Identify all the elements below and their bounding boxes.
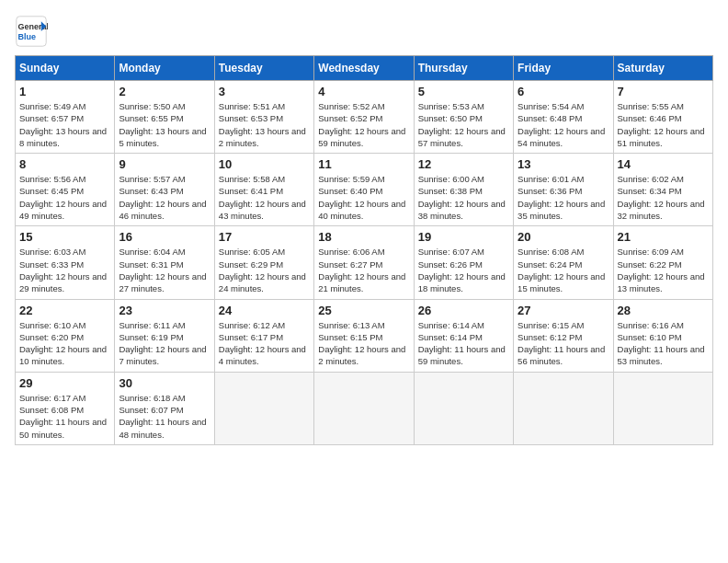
day-number: 26 xyxy=(418,304,509,317)
day-number: 8 xyxy=(19,157,110,171)
calendar-day-cell: 8 Sunrise: 5:56 AM Sunset: 6:45 PM Dayli… xyxy=(16,154,115,226)
calendar-day-cell: 20 Sunrise: 6:08 AM Sunset: 6:24 PM Dayl… xyxy=(514,226,613,299)
day-number: 7 xyxy=(618,85,709,98)
day-info: Sunrise: 6:13 AM Sunset: 6:15 PM Dayligh… xyxy=(318,319,409,368)
day-info: Sunrise: 6:02 AM Sunset: 6:34 PM Dayligh… xyxy=(618,173,709,222)
day-number: 14 xyxy=(618,157,709,171)
calendar-day-cell: 25 Sunrise: 6:13 AM Sunset: 6:15 PM Dayl… xyxy=(314,299,414,372)
calendar-day-cell: 9 Sunrise: 5:57 AM Sunset: 6:43 PM Dayli… xyxy=(115,154,214,226)
day-info: Sunrise: 5:57 AM Sunset: 6:43 PM Dayligh… xyxy=(119,173,210,222)
calendar-day-cell: 29 Sunrise: 6:17 AM Sunset: 6:08 PM Dayl… xyxy=(16,372,115,444)
day-number: 23 xyxy=(119,304,210,317)
day-number: 21 xyxy=(618,230,709,244)
calendar-day-cell xyxy=(314,372,414,444)
weekday-header: Tuesday xyxy=(214,56,313,81)
day-number: 10 xyxy=(219,157,310,171)
day-number: 28 xyxy=(618,304,709,317)
calendar-day-cell: 10 Sunrise: 5:58 AM Sunset: 6:41 PM Dayl… xyxy=(214,154,313,226)
calendar-week-row: 1 Sunrise: 5:49 AM Sunset: 6:57 PM Dayli… xyxy=(16,81,713,154)
day-info: Sunrise: 6:00 AM Sunset: 6:38 PM Dayligh… xyxy=(418,173,509,222)
weekday-header: Wednesday xyxy=(314,56,414,81)
calendar-day-cell: 17 Sunrise: 6:05 AM Sunset: 6:29 PM Dayl… xyxy=(214,226,313,299)
calendar-day-cell: 21 Sunrise: 6:09 AM Sunset: 6:22 PM Dayl… xyxy=(613,226,712,299)
day-number: 13 xyxy=(518,157,609,171)
day-info: Sunrise: 6:10 AM Sunset: 6:20 PM Dayligh… xyxy=(19,319,110,368)
day-number: 9 xyxy=(119,157,210,171)
day-info: Sunrise: 6:12 AM Sunset: 6:17 PM Dayligh… xyxy=(219,319,310,368)
day-number: 29 xyxy=(19,376,110,390)
day-number: 17 xyxy=(219,230,310,244)
day-info: Sunrise: 5:54 AM Sunset: 6:48 PM Dayligh… xyxy=(518,100,609,149)
calendar-day-cell: 16 Sunrise: 6:04 AM Sunset: 6:31 PM Dayl… xyxy=(115,226,214,299)
day-number: 20 xyxy=(518,230,609,244)
weekday-header: Monday xyxy=(115,56,214,81)
day-info: Sunrise: 5:49 AM Sunset: 6:57 PM Dayligh… xyxy=(19,100,110,149)
calendar-day-cell: 2 Sunrise: 5:50 AM Sunset: 6:55 PM Dayli… xyxy=(115,81,214,154)
day-info: Sunrise: 5:53 AM Sunset: 6:50 PM Dayligh… xyxy=(418,100,509,149)
day-info: Sunrise: 6:15 AM Sunset: 6:12 PM Dayligh… xyxy=(518,319,609,368)
calendar-day-cell xyxy=(514,372,613,444)
day-info: Sunrise: 5:50 AM Sunset: 6:55 PM Dayligh… xyxy=(119,100,210,149)
day-info: Sunrise: 6:14 AM Sunset: 6:14 PM Dayligh… xyxy=(418,319,509,368)
day-number: 30 xyxy=(119,376,210,390)
weekday-header: Sunday xyxy=(16,56,115,81)
day-number: 11 xyxy=(318,157,409,171)
day-number: 4 xyxy=(318,85,409,98)
calendar-day-cell: 12 Sunrise: 6:00 AM Sunset: 6:38 PM Dayl… xyxy=(414,154,513,226)
calendar-day-cell: 13 Sunrise: 6:01 AM Sunset: 6:36 PM Dayl… xyxy=(514,154,613,226)
calendar-day-cell: 19 Sunrise: 6:07 AM Sunset: 6:26 PM Dayl… xyxy=(414,226,513,299)
logo: General Blue xyxy=(15,15,48,48)
day-info: Sunrise: 6:03 AM Sunset: 6:33 PM Dayligh… xyxy=(19,246,110,294)
day-number: 18 xyxy=(318,230,409,244)
calendar-day-cell: 7 Sunrise: 5:55 AM Sunset: 6:46 PM Dayli… xyxy=(613,81,712,154)
day-info: Sunrise: 6:08 AM Sunset: 6:24 PM Dayligh… xyxy=(518,246,609,294)
calendar-day-cell: 11 Sunrise: 5:59 AM Sunset: 6:40 PM Dayl… xyxy=(314,154,414,226)
weekday-header-row: SundayMondayTuesdayWednesdayThursdayFrid… xyxy=(16,56,713,81)
day-number: 2 xyxy=(119,85,210,98)
calendar-day-cell: 6 Sunrise: 5:54 AM Sunset: 6:48 PM Dayli… xyxy=(514,81,613,154)
day-number: 19 xyxy=(418,230,509,244)
calendar-day-cell xyxy=(414,372,513,444)
calendar-day-cell: 1 Sunrise: 5:49 AM Sunset: 6:57 PM Dayli… xyxy=(16,81,115,154)
calendar-week-row: 15 Sunrise: 6:03 AM Sunset: 6:33 PM Dayl… xyxy=(16,226,713,299)
day-info: Sunrise: 6:01 AM Sunset: 6:36 PM Dayligh… xyxy=(518,173,609,222)
logo-icon: General Blue xyxy=(15,15,48,48)
day-info: Sunrise: 5:55 AM Sunset: 6:46 PM Dayligh… xyxy=(618,100,709,149)
day-info: Sunrise: 6:17 AM Sunset: 6:08 PM Dayligh… xyxy=(19,392,110,441)
day-info: Sunrise: 5:51 AM Sunset: 6:53 PM Dayligh… xyxy=(219,100,310,149)
calendar-day-cell: 4 Sunrise: 5:52 AM Sunset: 6:52 PM Dayli… xyxy=(314,81,414,154)
calendar-day-cell: 28 Sunrise: 6:16 AM Sunset: 6:10 PM Dayl… xyxy=(613,299,712,372)
calendar-day-cell: 18 Sunrise: 6:06 AM Sunset: 6:27 PM Dayl… xyxy=(314,226,414,299)
day-info: Sunrise: 5:59 AM Sunset: 6:40 PM Dayligh… xyxy=(318,173,409,222)
day-number: 15 xyxy=(19,230,110,244)
weekday-header: Thursday xyxy=(414,56,513,81)
day-info: Sunrise: 5:56 AM Sunset: 6:45 PM Dayligh… xyxy=(19,173,110,222)
calendar-day-cell: 24 Sunrise: 6:12 AM Sunset: 6:17 PM Dayl… xyxy=(214,299,313,372)
day-number: 27 xyxy=(518,304,609,317)
calendar-day-cell: 14 Sunrise: 6:02 AM Sunset: 6:34 PM Dayl… xyxy=(613,154,712,226)
day-number: 6 xyxy=(518,85,609,98)
weekday-header: Saturday xyxy=(613,56,712,81)
day-info: Sunrise: 6:04 AM Sunset: 6:31 PM Dayligh… xyxy=(119,246,210,294)
weekday-header: Friday xyxy=(514,56,613,81)
day-info: Sunrise: 6:11 AM Sunset: 6:19 PM Dayligh… xyxy=(119,319,210,368)
day-info: Sunrise: 6:18 AM Sunset: 6:07 PM Dayligh… xyxy=(119,392,210,441)
day-info: Sunrise: 6:16 AM Sunset: 6:10 PM Dayligh… xyxy=(618,319,709,368)
calendar-day-cell xyxy=(613,372,712,444)
calendar-day-cell: 27 Sunrise: 6:15 AM Sunset: 6:12 PM Dayl… xyxy=(514,299,613,372)
calendar-week-row: 22 Sunrise: 6:10 AM Sunset: 6:20 PM Dayl… xyxy=(16,299,713,372)
header: General Blue xyxy=(15,15,713,48)
calendar-day-cell: 15 Sunrise: 6:03 AM Sunset: 6:33 PM Dayl… xyxy=(16,226,115,299)
calendar-day-cell: 22 Sunrise: 6:10 AM Sunset: 6:20 PM Dayl… xyxy=(16,299,115,372)
calendar-week-row: 29 Sunrise: 6:17 AM Sunset: 6:08 PM Dayl… xyxy=(16,372,713,444)
day-info: Sunrise: 6:05 AM Sunset: 6:29 PM Dayligh… xyxy=(219,246,310,294)
day-info: Sunrise: 5:52 AM Sunset: 6:52 PM Dayligh… xyxy=(318,100,409,149)
day-number: 24 xyxy=(219,304,310,317)
day-number: 5 xyxy=(418,85,509,98)
calendar-day-cell: 5 Sunrise: 5:53 AM Sunset: 6:50 PM Dayli… xyxy=(414,81,513,154)
calendar-day-cell: 30 Sunrise: 6:18 AM Sunset: 6:07 PM Dayl… xyxy=(115,372,214,444)
day-info: Sunrise: 6:09 AM Sunset: 6:22 PM Dayligh… xyxy=(618,246,709,294)
day-info: Sunrise: 5:58 AM Sunset: 6:41 PM Dayligh… xyxy=(219,173,310,222)
day-number: 3 xyxy=(219,85,310,98)
day-number: 12 xyxy=(418,157,509,171)
